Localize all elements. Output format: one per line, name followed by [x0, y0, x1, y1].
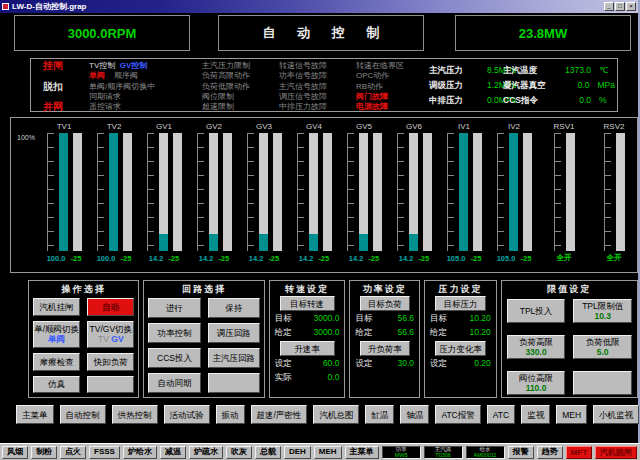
hold-button[interactable]: 保持 [208, 298, 260, 318]
valve-value: 105.0 [497, 254, 516, 263]
target-speed-button[interactable]: 目标转速 [280, 296, 335, 311]
valve-demand-bar [459, 133, 468, 251]
target-load-button[interactable]: 目标负荷 [360, 296, 410, 311]
taskbar-item-chuihui[interactable]: 吹灰 [226, 446, 252, 459]
control-mode-column: TV控制 GV控制 单阀 顺序阀 单阀/顺序阀切换中 同期请求 遥控请求 [89, 61, 155, 111]
minimize-button[interactable]: _ [604, 2, 614, 11]
feedwater-indicator[interactable]: 给水 AM00011 [466, 446, 505, 459]
taskbar-item-zhifen[interactable]: 制粉 [31, 446, 57, 459]
row-value: 60.0 [323, 358, 340, 370]
pressure-setting-panel: 压力设定 目标压力 目标10.20 给定10.20 压力变化率 设定0.20 [424, 280, 497, 398]
status-tripped: 脱扣 [43, 82, 63, 91]
mft-alarm[interactable]: MFT [566, 446, 592, 459]
mode-banner: 自 动 控 制 [218, 15, 424, 51]
load-low-limit-button[interactable]: 负荷低限 5.0 [573, 335, 632, 359]
trend-button[interactable]: 趋势 [537, 446, 563, 459]
nav-cylinder-temp[interactable]: 缸温 [365, 405, 394, 424]
taskbar-item-lushushui[interactable]: 炉疏水 [189, 446, 223, 459]
load-rate-button[interactable]: 升负荷率 [360, 341, 410, 356]
turbine-latch-button[interactable]: 汽机挂闸 [33, 298, 80, 316]
status-seq-valve: 顺序阀 [114, 71, 138, 80]
tpl-engage-button[interactable]: TPL投入 [507, 299, 566, 323]
taskbar-item-dianhuo[interactable]: 点火 [60, 446, 86, 459]
speed-rate-button[interactable]: 升速率 [280, 341, 335, 356]
nav-meh[interactable]: MEH [556, 405, 587, 424]
measurement-value: 0.0 [561, 95, 591, 107]
main-steam-temp-indicator[interactable]: 主汽温 T0306 [424, 446, 463, 459]
row-label: 设定 [275, 358, 292, 370]
turbine-trip-alarm[interactable]: 汽机跳闸 [595, 446, 637, 459]
status-alert: RB动作 [356, 82, 404, 91]
blank-button[interactable] [573, 371, 632, 395]
panel-title: 转速设定 [285, 283, 329, 296]
valve-high-limit-button[interactable]: 阀位高限 110.0 [507, 371, 566, 395]
nav-vibration[interactable]: 振动 [216, 405, 245, 424]
blank-button[interactable] [208, 373, 260, 393]
status-fault: 中排压力故障 [279, 102, 327, 111]
status-fault: 功率信号故障 [279, 71, 327, 80]
proceed-button[interactable]: 进行 [148, 298, 200, 318]
nav-atc-alarm[interactable]: ATC报警 [435, 405, 480, 424]
taskbar-item-main-menu[interactable]: 主菜单 [345, 446, 379, 459]
friction-check-button[interactable]: 摩擦检查 [33, 353, 80, 371]
valve-feedback-bar [523, 133, 532, 251]
valve-demand-bar [359, 133, 368, 251]
power-indicator[interactable]: 功率 MW5 [382, 446, 421, 459]
maximize-button[interactable]: □ [615, 2, 625, 11]
measurement-label: 主汽温度 [503, 65, 561, 77]
tv-gv-switch-button[interactable]: TV/GV切换 TV GV [87, 321, 134, 349]
taskbar-item-zongmao[interactable]: 总貌 [255, 446, 281, 459]
row-label: 给定 [275, 327, 292, 339]
row-label: 设定 [355, 358, 372, 370]
pressure-loop-button[interactable]: 调压回路 [208, 323, 260, 343]
nav-activity-test[interactable]: 活动试验 [164, 405, 210, 424]
pressure-label: 调级压力 [429, 80, 487, 92]
taskbar-item-fengyan[interactable]: 风烟 [2, 446, 28, 459]
nav-heating-control[interactable]: 供热控制 [112, 405, 158, 424]
taskbar-item-jianwen[interactable]: 减温 [160, 446, 186, 459]
valve-value: 105.0 [447, 254, 466, 263]
power-control-button[interactable]: 功率控制 [148, 323, 200, 343]
valve-label: GV2 [206, 121, 222, 133]
nav-overspeed-tightness[interactable]: 超速/严密性 [251, 405, 308, 424]
status-sync-request: 同期请求 [89, 92, 155, 101]
titlebar[interactable]: LW-D-自动控制.grap _ □ × [0, 0, 638, 13]
taskbar-item-deh[interactable]: DEH [284, 446, 311, 459]
pressure-rate-button[interactable]: 压力变化率 [435, 341, 487, 356]
simulation-button[interactable]: 仿真 [33, 376, 80, 394]
load-high-limit-button[interactable]: 负荷高限 330.0 [507, 335, 566, 359]
nav-auto-control[interactable]: 自动控制 [60, 405, 106, 424]
row-value: 0.0 [328, 372, 340, 384]
nav-turbine-overview[interactable]: 汽机总图 [313, 405, 359, 424]
valve-label: GV6 [406, 121, 422, 133]
taskbar-item-fsss[interactable]: FSSS [89, 446, 120, 459]
measurement-unit: % [599, 95, 607, 107]
auto-sync-button[interactable]: 自动同期 [148, 373, 200, 393]
button-label: TV/GV切换 [90, 324, 133, 334]
tpl-limit-button[interactable]: TPL限制值 10.3 [573, 299, 632, 323]
nav-bfpt-monitor[interactable]: 小机监视 [593, 405, 639, 424]
ccs-engage-button[interactable]: CCS投入 [148, 348, 200, 368]
speed-setting-panel: 转速设定 目标转速 目标3000.0 给定3000.0 升速率 设定60.0 实… [269, 280, 346, 398]
auto-button[interactable]: 自动 [87, 298, 134, 316]
status-limit: 负荷低限动作 [202, 82, 250, 91]
taskbar-item-lugeishui[interactable]: 炉给水 [123, 446, 157, 459]
valve-value: 14.2 [249, 254, 264, 263]
alarm-button[interactable]: 报警 [508, 446, 534, 459]
valve-value: 14.2 [299, 254, 314, 263]
nav-atc[interactable]: ATC [487, 405, 515, 424]
nav-monitor[interactable]: 监视 [521, 405, 550, 424]
valve-label: RSV1 [554, 121, 575, 133]
main-steam-loop-button[interactable]: 主汽压回路 [208, 348, 260, 368]
valve-group-gv3: GV3 14.2-25 [239, 121, 289, 265]
fast-unload-button[interactable]: 快卸负荷 [87, 353, 134, 371]
nav-shaft-temp[interactable]: 轴温 [400, 405, 429, 424]
row-label: 给定 [430, 327, 447, 339]
close-button[interactable]: × [626, 2, 636, 11]
single-seq-valve-switch-button[interactable]: 单/顺阀切换 单阀 [33, 321, 80, 349]
target-pressure-button[interactable]: 目标压力 [435, 296, 487, 311]
blank-button[interactable] [87, 376, 134, 394]
taskbar-item-meh[interactable]: MEH [314, 446, 342, 459]
nav-main-menu[interactable]: 主菜单 [16, 405, 54, 424]
panel-title: 压力设定 [438, 283, 482, 296]
